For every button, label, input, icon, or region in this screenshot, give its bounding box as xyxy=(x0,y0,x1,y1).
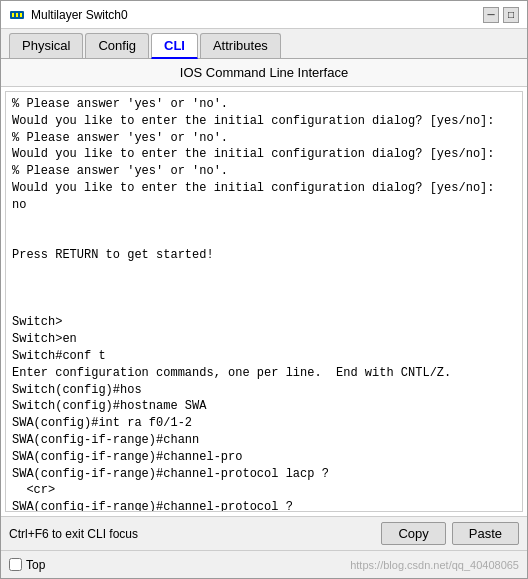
cli-output[interactable]: % Please answer 'yes' or 'no'. Would you… xyxy=(5,91,523,512)
window-title: Multilayer Switch0 xyxy=(31,8,128,22)
top-label: Top xyxy=(26,558,45,572)
minimize-button[interactable]: ─ xyxy=(483,7,499,23)
svg-rect-2 xyxy=(16,13,18,17)
title-controls: ─ □ xyxy=(483,7,519,23)
maximize-button[interactable]: □ xyxy=(503,7,519,23)
top-checkbox[interactable] xyxy=(9,558,22,571)
section-title: IOS Command Line Interface xyxy=(1,59,527,87)
tab-bar: Physical Config CLI Attributes xyxy=(1,29,527,59)
switch-icon xyxy=(9,7,25,23)
top-checkbox-wrap: Top xyxy=(9,558,45,572)
tab-content: IOS Command Line Interface % Please answ… xyxy=(1,59,527,516)
main-window: Multilayer Switch0 ─ □ Physical Config C… xyxy=(0,0,528,579)
cli-status-label: Ctrl+F6 to exit CLI focus xyxy=(9,527,138,541)
paste-button[interactable]: Paste xyxy=(452,522,519,545)
svg-rect-3 xyxy=(20,13,22,17)
copy-button[interactable]: Copy xyxy=(381,522,445,545)
watermark-text: https://blog.csdn.net/qq_40408065 xyxy=(350,559,519,571)
status-bar: Ctrl+F6 to exit CLI focus Copy Paste xyxy=(1,516,527,550)
tab-cli[interactable]: CLI xyxy=(151,33,198,59)
title-bar-left: Multilayer Switch0 xyxy=(9,7,128,23)
tab-attributes[interactable]: Attributes xyxy=(200,33,281,58)
bottom-bar: Top https://blog.csdn.net/qq_40408065 xyxy=(1,550,527,578)
action-buttons: Copy Paste xyxy=(381,522,519,545)
tab-config[interactable]: Config xyxy=(85,33,149,58)
tab-physical[interactable]: Physical xyxy=(9,33,83,58)
svg-rect-1 xyxy=(12,13,14,17)
title-bar: Multilayer Switch0 ─ □ xyxy=(1,1,527,29)
